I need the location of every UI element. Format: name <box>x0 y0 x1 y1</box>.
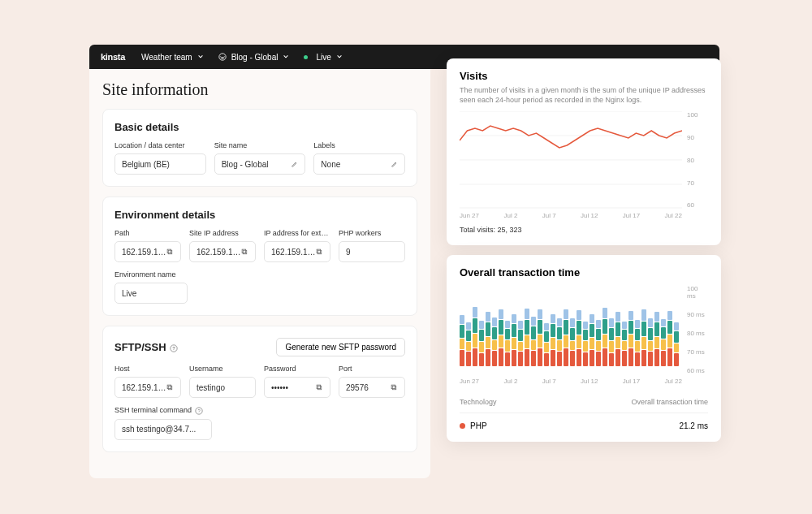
bar-segment <box>525 349 529 366</box>
phpworkers-input[interactable]: 9 <box>339 241 405 262</box>
username-input[interactable]: testingo <box>189 377 256 398</box>
x-tick: Jul 2 <box>503 212 517 219</box>
tech-item-php: PHP 21.2 ms <box>460 413 708 430</box>
bar-segment <box>531 326 536 339</box>
bar-segment <box>492 340 497 350</box>
x-tick: Jul 12 <box>581 378 598 385</box>
bar-segment <box>622 341 627 350</box>
bar-segment <box>635 341 640 352</box>
y-tick: 100 <box>687 111 708 119</box>
sitename-input[interactable]: Blog - Global <box>214 153 306 175</box>
bar-segment <box>460 315 464 324</box>
bar-segment <box>505 329 510 340</box>
bar-col <box>635 319 640 366</box>
basic-details-title: Basic details <box>114 121 405 133</box>
bar-segment <box>525 335 529 348</box>
bar-segment <box>609 341 614 352</box>
y-tick: 60 <box>687 201 708 209</box>
siteip-input[interactable]: 162.159.134.42 <box>189 241 256 262</box>
bar-segment <box>473 348 477 367</box>
bar-segment <box>499 335 503 348</box>
bar-segment <box>661 319 666 326</box>
bar-segment <box>544 343 549 352</box>
generate-password-button[interactable]: Generate new SFTP password <box>276 338 405 356</box>
bar-segment <box>570 328 575 340</box>
bar-col <box>661 318 666 366</box>
phpworkers-label: PHP workers <box>339 229 405 237</box>
team-selector[interactable]: Weather team <box>141 53 204 62</box>
bar-segment <box>577 349 581 366</box>
tech-time-value: 21.2 ms <box>679 421 708 430</box>
svg-text:?: ? <box>172 346 175 351</box>
bar-col <box>564 309 568 366</box>
extip-input[interactable]: 162.159.134.42 <box>264 241 330 262</box>
host-input[interactable]: 162.159.134.42 <box>114 377 181 398</box>
svg-rect-9 <box>168 386 172 390</box>
password-input[interactable]: •••••• <box>264 377 330 398</box>
bar-segment <box>609 318 614 327</box>
y-tick: 70 ms <box>687 348 708 356</box>
bar-segment <box>609 353 614 366</box>
bar-segment <box>479 321 484 329</box>
bar-col <box>596 319 601 366</box>
bar-col <box>654 311 659 366</box>
bar-segment <box>635 320 640 328</box>
bar-segment <box>648 352 653 366</box>
bar-segment <box>661 351 666 366</box>
host-label: Host <box>114 365 181 373</box>
help-icon[interactable]: ? <box>166 341 178 353</box>
copy-icon[interactable] <box>391 384 398 391</box>
bar-segment <box>603 335 607 347</box>
page-body: Site information Basic details Location … <box>89 69 430 478</box>
bar-segment <box>486 337 490 348</box>
bar-segment <box>531 340 536 351</box>
bar-segment <box>525 309 529 320</box>
bar-segment <box>596 320 601 328</box>
envname-input[interactable]: Live <box>114 283 188 304</box>
bar-segment <box>538 348 542 367</box>
env-selector[interactable]: Live <box>304 53 342 62</box>
labels-input[interactable]: None <box>313 153 405 175</box>
copy-icon[interactable] <box>316 384 323 391</box>
bar-segment <box>648 328 653 340</box>
bar-segment <box>505 340 510 352</box>
total-visits: Total visits: 25, 323 <box>460 226 708 234</box>
siteip-label: Site IP address <box>189 229 256 237</box>
pencil-icon[interactable] <box>291 161 298 168</box>
bar-segment <box>544 353 549 366</box>
bar-col <box>538 309 542 366</box>
path-input[interactable]: 162.159.134.42 <box>114 241 181 262</box>
svg-rect-5 <box>317 250 322 254</box>
copy-icon[interactable] <box>316 248 323 256</box>
team-selector-label: Weather team <box>141 53 192 62</box>
bar-segment <box>551 338 555 349</box>
port-input[interactable]: 29576 <box>339 377 405 398</box>
bar-segment <box>577 335 581 348</box>
x-tick: Jul 7 <box>542 378 556 385</box>
bar-segment <box>583 322 588 329</box>
bar-segment <box>577 321 581 335</box>
copy-icon[interactable] <box>166 248 174 256</box>
bar-segment <box>551 314 555 323</box>
sshcmd-input[interactable]: ssh testingo@34.7... <box>114 419 212 440</box>
bar-segment <box>615 322 620 336</box>
y-tick: 90 ms <box>687 311 708 318</box>
pencil-icon[interactable] <box>391 161 398 168</box>
copy-icon[interactable] <box>241 248 248 256</box>
help-icon[interactable]: ? <box>192 406 203 414</box>
bar-col <box>590 313 594 366</box>
bar-segment <box>460 325 464 338</box>
bar-segment <box>603 319 607 334</box>
bar-segment <box>654 337 659 348</box>
bar-segment <box>557 340 562 352</box>
bar-segment <box>674 322 679 330</box>
copy-icon[interactable] <box>166 384 174 391</box>
password-label: Password <box>264 365 330 373</box>
bar-segment <box>518 330 523 341</box>
location-input[interactable]: Belgium (BE) <box>114 153 206 175</box>
site-selector[interactable]: Blog - Global <box>218 53 290 62</box>
svg-text:?: ? <box>197 408 201 413</box>
bar-col <box>570 317 575 366</box>
bar-segment <box>486 322 490 336</box>
bar-segment <box>635 352 640 366</box>
